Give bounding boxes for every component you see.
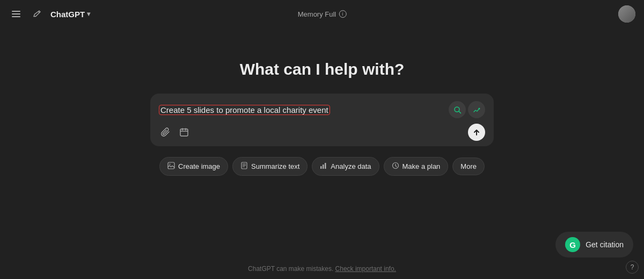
app-name-label[interactable]: ChatGPT ▾ — [50, 10, 90, 19]
svg-rect-19 — [325, 163, 326, 169]
create-image-label: Create image — [178, 162, 220, 170]
avatar-image — [618, 5, 635, 23]
footer-text: ChatGPT can make mistakes. — [248, 265, 335, 273]
analyze-data-icon — [320, 162, 327, 171]
svg-line-5 — [459, 111, 461, 113]
new-chat-button[interactable] — [30, 7, 44, 21]
make-plan-icon — [392, 162, 399, 171]
memory-status-area: Memory Full i — [298, 10, 347, 18]
create-image-icon — [167, 162, 175, 171]
canvas-btn[interactable] — [468, 101, 485, 118]
input-tools-row — [159, 124, 485, 141]
analyze-data-label: Analyze data — [331, 162, 371, 170]
make-plan-label: Make a plan — [402, 162, 441, 170]
sidebar-toggle-button[interactable] — [9, 6, 24, 22]
schedule-button[interactable] — [177, 126, 191, 138]
main-title: What can I help with? — [240, 60, 405, 78]
more-chip[interactable]: More — [452, 158, 485, 175]
memory-info-icon[interactable]: i — [339, 10, 346, 18]
action-chips: Create image Summarize text — [159, 157, 485, 176]
svg-rect-18 — [323, 164, 324, 169]
summarize-text-icon — [240, 162, 248, 171]
get-citation-label: Get citation — [586, 240, 624, 249]
header-right — [618, 5, 635, 23]
create-image-chip[interactable]: Create image — [159, 157, 228, 176]
svg-point-6 — [478, 108, 480, 109]
chat-input-container: Create 5 slides to promote a local chari… — [150, 94, 494, 146]
input-highlighted-text: Create 5 slides to promote a local chari… — [159, 105, 330, 115]
svg-rect-11 — [168, 162, 174, 169]
footer: ChatGPT can make mistakes. Check importa… — [248, 265, 396, 273]
svg-rect-2 — [12, 16, 20, 17]
footer-link[interactable]: Check important info. — [335, 265, 396, 273]
memory-status-text: Memory Full — [298, 10, 336, 18]
chevron-down-icon: ▾ — [87, 10, 90, 18]
svg-rect-7 — [180, 129, 188, 136]
header-left: ChatGPT ▾ — [9, 6, 90, 22]
summarize-text-chip[interactable]: Summarize text — [232, 157, 308, 176]
search-btn[interactable] — [449, 101, 466, 118]
make-plan-chip[interactable]: Make a plan — [384, 157, 449, 176]
help-icon[interactable]: ? — [626, 261, 639, 274]
input-tools-left — [159, 126, 191, 138]
g-icon: G — [565, 237, 580, 252]
svg-rect-0 — [12, 11, 20, 12]
more-label: More — [460, 162, 477, 170]
header: ChatGPT ▾ Memory Full i — [0, 0, 644, 28]
attach-button[interactable] — [159, 126, 173, 138]
send-button[interactable] — [468, 124, 485, 141]
avatar[interactable] — [618, 5, 635, 23]
search-mode-icons — [449, 101, 485, 118]
analyze-data-chip[interactable]: Analyze data — [312, 157, 379, 176]
svg-point-12 — [170, 164, 171, 165]
input-text-row: Create 5 slides to promote a local chari… — [159, 101, 485, 118]
main-content: What can I help with? Create 5 slides to… — [0, 28, 644, 176]
summarize-text-label: Summarize text — [251, 162, 299, 170]
get-citation-button[interactable]: G Get citation — [555, 232, 633, 257]
svg-rect-1 — [12, 13, 20, 15]
svg-rect-17 — [320, 166, 322, 169]
